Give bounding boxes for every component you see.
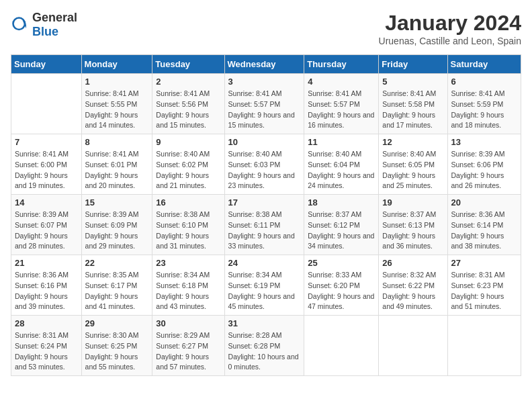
day-number: 20 — [451, 197, 517, 208]
day-info: Sunrise: 8:37 AMSunset: 6:13 PMDaylight:… — [382, 210, 443, 252]
logo: General Blue — [11, 11, 77, 39]
day-number: 8 — [85, 137, 149, 147]
day-number: 4 — [308, 77, 375, 87]
day-cell: 12 Sunrise: 8:40 AMSunset: 6:05 PMDaylig… — [379, 134, 447, 195]
day-number: 13 — [451, 137, 517, 147]
day-cell: 5 Sunrise: 8:41 AMSunset: 5:58 PMDayligh… — [379, 74, 447, 134]
day-cell: 1 Sunrise: 8:41 AMSunset: 5:55 PMDayligh… — [81, 74, 152, 134]
day-number: 2 — [156, 77, 220, 87]
day-cell: 9 Sunrise: 8:40 AMSunset: 6:02 PMDayligh… — [152, 134, 224, 195]
day-cell: 31 Sunrise: 8:28 AMSunset: 6:28 PMDaylig… — [224, 316, 304, 376]
week-row-2: 14 Sunrise: 8:39 AMSunset: 6:07 PMDaylig… — [11, 195, 521, 255]
day-number: 3 — [228, 77, 301, 87]
day-number: 19 — [382, 197, 443, 208]
col-sunday: Sunday — [11, 55, 82, 74]
day-cell: 19 Sunrise: 8:37 AMSunset: 6:13 PMDaylig… — [379, 195, 447, 255]
day-cell: 8 Sunrise: 8:41 AMSunset: 6:01 PMDayligh… — [81, 134, 152, 195]
day-cell: 4 Sunrise: 8:41 AMSunset: 5:57 PMDayligh… — [304, 74, 379, 134]
day-info: Sunrise: 8:38 AMSunset: 6:10 PMDaylight:… — [156, 210, 220, 252]
day-info: Sunrise: 8:39 AMSunset: 6:09 PMDaylight:… — [85, 210, 149, 252]
week-row-3: 21 Sunrise: 8:36 AMSunset: 6:16 PMDaylig… — [11, 255, 521, 316]
day-cell: 28 Sunrise: 8:31 AMSunset: 6:24 PMDaylig… — [11, 316, 82, 376]
day-number: 29 — [85, 318, 149, 328]
header: General Blue January 2024 Uruenas, Casti… — [11, 11, 521, 46]
day-info: Sunrise: 8:28 AMSunset: 6:28 PMDaylight:… — [228, 330, 301, 373]
day-number: 1 — [85, 77, 149, 87]
title-area: January 2024 Uruenas, Castille and Leon,… — [379, 11, 521, 46]
day-cell: 18 Sunrise: 8:37 AMSunset: 6:12 PMDaylig… — [304, 195, 379, 255]
day-info: Sunrise: 8:38 AMSunset: 6:11 PMDaylight:… — [228, 210, 301, 252]
day-info: Sunrise: 8:40 AMSunset: 6:03 PMDaylight:… — [228, 149, 301, 191]
day-cell: 20 Sunrise: 8:36 AMSunset: 6:14 PMDaylig… — [447, 195, 521, 255]
day-number: 17 — [228, 197, 301, 208]
day-number: 6 — [451, 77, 517, 87]
day-cell: 7 Sunrise: 8:41 AMSunset: 6:00 PMDayligh… — [11, 134, 82, 195]
day-cell: 13 Sunrise: 8:39 AMSunset: 6:06 PMDaylig… — [447, 134, 521, 195]
col-tuesday: Tuesday — [152, 55, 224, 74]
day-info: Sunrise: 8:34 AMSunset: 6:18 PMDaylight:… — [156, 270, 220, 312]
day-cell: 22 Sunrise: 8:35 AMSunset: 6:17 PMDaylig… — [81, 255, 152, 316]
day-number: 15 — [85, 197, 149, 208]
day-cell: 2 Sunrise: 8:41 AMSunset: 5:56 PMDayligh… — [152, 74, 224, 134]
col-saturday: Saturday — [447, 55, 521, 74]
day-cell — [379, 316, 447, 376]
day-cell: 25 Sunrise: 8:33 AMSunset: 6:20 PMDaylig… — [304, 255, 379, 316]
day-info: Sunrise: 8:37 AMSunset: 6:12 PMDaylight:… — [308, 210, 375, 252]
day-number: 14 — [15, 197, 78, 208]
day-cell: 10 Sunrise: 8:40 AMSunset: 6:03 PMDaylig… — [224, 134, 304, 195]
header-row: Sunday Monday Tuesday Wednesday Thursday… — [11, 55, 521, 74]
day-number: 21 — [15, 258, 78, 268]
day-number: 31 — [228, 318, 301, 328]
day-cell — [11, 74, 82, 134]
day-info: Sunrise: 8:29 AMSunset: 6:27 PMDaylight:… — [156, 330, 220, 373]
day-info: Sunrise: 8:34 AMSunset: 6:19 PMDaylight:… — [228, 270, 301, 312]
day-cell: 23 Sunrise: 8:34 AMSunset: 6:18 PMDaylig… — [152, 255, 224, 316]
day-info: Sunrise: 8:36 AMSunset: 6:14 PMDaylight:… — [451, 210, 517, 252]
day-number: 9 — [156, 137, 220, 147]
day-number: 7 — [15, 137, 78, 147]
day-cell: 26 Sunrise: 8:32 AMSunset: 6:22 PMDaylig… — [379, 255, 447, 316]
day-info: Sunrise: 8:40 AMSunset: 6:02 PMDaylight:… — [156, 149, 220, 191]
day-number: 18 — [308, 197, 375, 208]
logo-text-blue: Blue — [32, 25, 58, 38]
col-friday: Friday — [379, 55, 447, 74]
day-number: 10 — [228, 137, 301, 147]
col-wednesday: Wednesday — [224, 55, 304, 74]
day-number: 11 — [308, 137, 375, 147]
col-thursday: Thursday — [304, 55, 379, 74]
subtitle: Uruenas, Castille and Leon, Spain — [379, 36, 521, 46]
day-info: Sunrise: 8:35 AMSunset: 6:17 PMDaylight:… — [85, 270, 149, 312]
main-title: January 2024 — [379, 11, 521, 36]
day-cell: 6 Sunrise: 8:41 AMSunset: 5:59 PMDayligh… — [447, 74, 521, 134]
day-info: Sunrise: 8:41 AMSunset: 5:55 PMDaylight:… — [85, 89, 149, 131]
day-cell: 30 Sunrise: 8:29 AMSunset: 6:27 PMDaylig… — [152, 316, 224, 376]
day-cell: 24 Sunrise: 8:34 AMSunset: 6:19 PMDaylig… — [224, 255, 304, 316]
day-number: 28 — [15, 318, 78, 328]
day-cell — [447, 316, 521, 376]
logo-icon — [11, 15, 30, 34]
day-number: 12 — [382, 137, 443, 147]
day-cell: 29 Sunrise: 8:30 AMSunset: 6:25 PMDaylig… — [81, 316, 152, 376]
day-number: 24 — [228, 258, 301, 268]
day-cell: 27 Sunrise: 8:31 AMSunset: 6:23 PMDaylig… — [447, 255, 521, 316]
day-number: 27 — [451, 258, 517, 268]
page-container: General Blue January 2024 Uruenas, Casti… — [11, 11, 521, 376]
day-info: Sunrise: 8:41 AMSunset: 6:01 PMDaylight:… — [85, 149, 149, 191]
col-monday: Monday — [81, 55, 152, 74]
day-info: Sunrise: 8:41 AMSunset: 5:58 PMDaylight:… — [382, 89, 443, 131]
day-info: Sunrise: 8:36 AMSunset: 6:16 PMDaylight:… — [15, 270, 78, 312]
day-info: Sunrise: 8:41 AMSunset: 5:56 PMDaylight:… — [156, 89, 220, 131]
day-info: Sunrise: 8:41 AMSunset: 5:59 PMDaylight:… — [451, 89, 517, 131]
day-cell — [304, 316, 379, 376]
week-row-1: 7 Sunrise: 8:41 AMSunset: 6:00 PMDayligh… — [11, 134, 521, 195]
day-info: Sunrise: 8:39 AMSunset: 6:06 PMDaylight:… — [451, 149, 517, 191]
day-info: Sunrise: 8:30 AMSunset: 6:25 PMDaylight:… — [85, 330, 149, 373]
day-cell: 16 Sunrise: 8:38 AMSunset: 6:10 PMDaylig… — [152, 195, 224, 255]
day-info: Sunrise: 8:32 AMSunset: 6:22 PMDaylight:… — [382, 270, 443, 312]
day-number: 23 — [156, 258, 220, 268]
day-info: Sunrise: 8:31 AMSunset: 6:23 PMDaylight:… — [451, 270, 517, 312]
day-number: 22 — [85, 258, 149, 268]
day-cell: 17 Sunrise: 8:38 AMSunset: 6:11 PMDaylig… — [224, 195, 304, 255]
day-cell: 3 Sunrise: 8:41 AMSunset: 5:57 PMDayligh… — [224, 74, 304, 134]
day-info: Sunrise: 8:41 AMSunset: 5:57 PMDaylight:… — [308, 89, 375, 131]
